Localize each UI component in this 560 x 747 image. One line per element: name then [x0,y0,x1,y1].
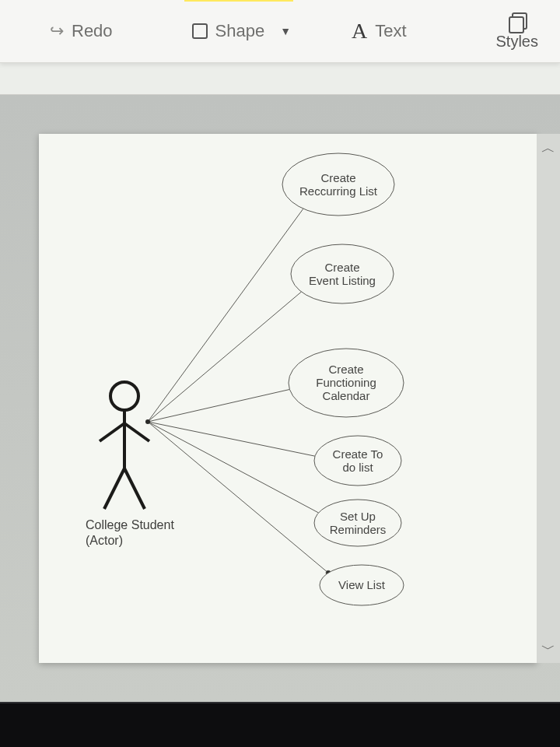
usecase-4-label-line1: Reminders [330,523,387,536]
usecase-2-label-line2: Calendar [323,389,370,402]
scroll-up-icon[interactable]: ︿ [541,139,555,157]
shape-label: Shape [215,21,265,41]
text-button[interactable]: A Text [341,0,418,62]
usecase-2-label-line1: Functioning [316,376,376,389]
editor-area: CreateReccurring ListCreateEvent Listing… [0,95,560,702]
toolbar: ↪ Redo Shape ▼ A Text Styles [0,0,560,63]
usecase-2[interactable]: CreateFunctioningCalendar [289,349,404,417]
text-label: Text [375,21,406,41]
bottom-bar [0,702,560,747]
usecase-5-label-line0: View List [338,578,386,591]
shape-icon [192,23,208,39]
usecase-diagram-svg: CreateReccurring ListCreateEvent Listing… [39,134,537,663]
actor-name-line1: College Student [86,518,174,531]
vertical-scrollbar[interactable]: ︿ ﹀ [537,134,560,663]
connector-4[interactable] [148,422,319,513]
usecase-0-label-line0: Create [320,171,355,184]
actor-figure[interactable] [100,382,149,509]
usecase-1-label-line0: Create [324,261,359,274]
actor-name-line2: (Actor) [86,534,123,547]
svg-line-9 [124,423,149,441]
usecase-4-label-line0: Set Up [340,510,376,523]
text-icon: A [352,19,367,44]
shape-highlight [184,0,293,2]
usecase-3-label-line1: do list [342,461,373,474]
usecase-3-label-line0: Create To [333,447,383,461]
redo-button[interactable]: ↪ Redo [39,0,124,62]
usecase-0-label-line1: Reccurring List [299,184,378,198]
redo-label: Redo [72,21,113,41]
connector-0[interactable] [148,209,303,422]
usecase-0[interactable]: CreateReccurring List [282,153,394,216]
styles-icon [509,12,526,31]
usecase-1-label-line1: Event Listing [309,274,376,287]
connector-3[interactable] [148,422,315,456]
sub-toolbar [0,63,560,95]
chevron-down-icon: ▼ [280,25,291,37]
svg-line-8 [100,423,124,441]
usecase-1[interactable]: CreateEvent Listing [291,244,394,303]
diagram-canvas[interactable]: CreateReccurring ListCreateEvent Listing… [39,134,537,663]
usecase-5[interactable]: View List [320,565,404,605]
styles-button[interactable]: Styles [485,0,549,62]
shape-dropdown[interactable]: Shape ▼ [170,0,313,62]
styles-label: Styles [496,33,538,51]
connector-2[interactable] [148,389,289,422]
actor-connector-dot [145,419,150,424]
usecase-2-label-line0: Create [328,363,363,376]
connector-1[interactable] [148,292,301,422]
svg-point-6 [110,382,138,410]
usecase-3[interactable]: Create Todo list [314,436,401,486]
scroll-down-icon[interactable]: ﹀ [541,640,555,658]
svg-line-11 [124,468,145,509]
usecase-4[interactable]: Set UpReminders [314,500,401,546]
svg-line-10 [104,468,124,509]
connector-5[interactable] [148,422,328,573]
redo-icon: ↪ [50,21,64,41]
